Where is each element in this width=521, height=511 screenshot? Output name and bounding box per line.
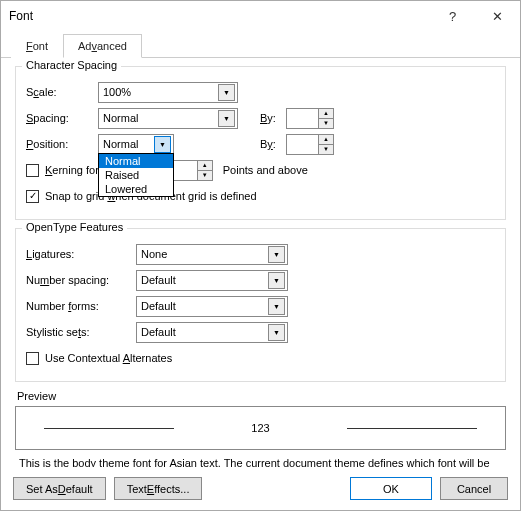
tab-advanced[interactable]: Advanced [63,34,142,58]
spinner-down-icon[interactable]: ▼ [197,171,212,180]
tab-advanced-label: Advanced [78,40,127,52]
dialog-title: Font [9,9,430,23]
position-option-lowered[interactable]: Lowered [99,182,173,196]
close-button[interactable]: ✕ [475,1,520,31]
preview-text: 123 [251,422,269,434]
stylistic-sets-select[interactable]: Default ▼ [136,322,288,343]
spacing-label: Spacing: [26,112,98,124]
chevron-down-icon: ▼ [268,272,285,289]
tab-font-label: Font [26,40,48,52]
stylistic-sets-label: Stylistic sets: [26,326,136,338]
position-by-spinner[interactable]: ▲▼ [286,134,334,155]
number-forms-label: Number forms: [26,300,136,312]
set-as-default-button[interactable]: Set As Default [13,477,106,500]
chevron-down-icon: ▼ [218,84,235,101]
chevron-down-icon: ▼ [268,246,285,263]
number-spacing-label: Number spacing: [26,274,136,286]
contextual-alternates-label: Use Contextual Alternates [45,352,172,364]
position-label: Position: [26,138,98,150]
spacing-by-spinner[interactable]: ▲▼ [286,108,334,129]
group-character-spacing-legend: Character Spacing [22,59,121,71]
chevron-down-icon: ▼ [154,136,171,153]
group-opentype-legend: OpenType Features [22,221,127,233]
spacing-by-label: By: [260,112,286,124]
position-by-label: By: [260,138,286,150]
position-option-normal[interactable]: Normal [99,154,173,168]
scale-select[interactable]: 100% ▼ [98,82,238,103]
spinner-up-icon[interactable]: ▲ [197,161,212,171]
position-value: Normal [103,138,138,150]
dialog-content: Character Spacing Scale: 100% ▼ Spacing:… [1,58,520,467]
chevron-down-icon: ▼ [268,298,285,315]
ok-button[interactable]: OK [350,477,432,500]
text-effects-button[interactable]: Text Effects... [114,477,203,500]
number-forms-value: Default [141,300,176,312]
spacing-value: Normal [103,112,138,124]
spacing-select[interactable]: Normal ▼ [98,108,238,129]
position-option-raised[interactable]: Raised [99,168,173,182]
cancel-button[interactable]: Cancel [440,477,508,500]
scale-value: 100% [103,86,131,98]
spinner-down-icon[interactable]: ▼ [318,119,333,128]
stylistic-sets-value: Default [141,326,176,338]
help-button[interactable]: ? [430,1,475,31]
ligatures-value: None [141,248,167,260]
font-dialog: Font ? ✕ Font Advanced Character Spacing… [0,0,521,511]
preview-note: This is the body theme font for Asian te… [19,456,502,467]
chevron-down-icon: ▼ [268,324,285,341]
tab-font[interactable]: Font [11,34,63,58]
dialog-footer: Set As Default Text Effects... OK Cancel [1,467,520,510]
scale-label: Scale: [26,86,98,98]
position-select[interactable]: Normal ▼ [98,134,174,155]
snap-to-grid-checkbox[interactable]: ✓ [26,190,39,203]
spinner-up-icon[interactable]: ▲ [318,109,333,119]
tabstrip: Font Advanced [1,31,520,58]
spinner-down-icon[interactable]: ▼ [318,145,333,154]
contextual-alternates-checkbox[interactable] [26,352,39,365]
number-forms-select[interactable]: Default ▼ [136,296,288,317]
preview-label: Preview [17,390,504,402]
preview-line-left [44,428,174,429]
spinner-up-icon[interactable]: ▲ [318,135,333,145]
number-spacing-select[interactable]: Default ▼ [136,270,288,291]
preview-box: 123 [15,406,506,450]
kerning-checkbox[interactable] [26,164,39,177]
position-dropdown-list: Normal Raised Lowered [98,153,174,197]
preview-line-right [347,428,477,429]
number-spacing-value: Default [141,274,176,286]
ligatures-select[interactable]: None ▼ [136,244,288,265]
points-and-above-label: Points and above [223,164,308,176]
group-character-spacing: Character Spacing Scale: 100% ▼ Spacing:… [15,66,506,220]
chevron-down-icon: ▼ [218,110,235,127]
ligatures-label: Ligatures: [26,248,136,260]
titlebar: Font ? ✕ [1,1,520,31]
group-opentype-features: OpenType Features Ligatures: None ▼ Numb… [15,228,506,382]
